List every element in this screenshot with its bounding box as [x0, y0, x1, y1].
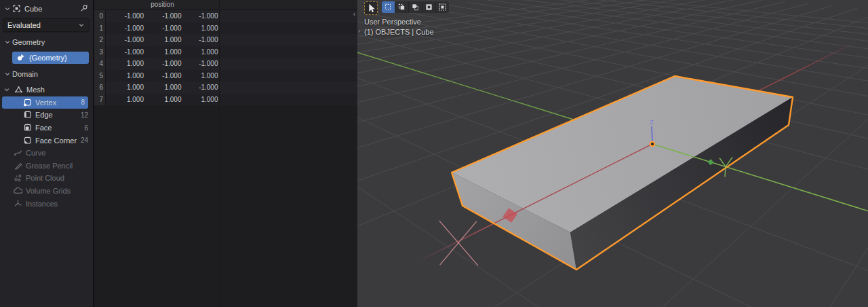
row-index: 5 [94, 70, 106, 82]
row-index: 3 [94, 46, 106, 58]
table-row: 71.0001.0001.000 [94, 94, 357, 106]
domain-section-header[interactable]: Domain [0, 69, 93, 79]
tree-item-label: Volume Grids [26, 187, 71, 195]
mesh-icon [14, 85, 24, 94]
geometry-component-button[interactable]: (Geometry) [12, 52, 89, 64]
chevron-down-icon [3, 86, 12, 93]
tree-item-label: Vertex [35, 98, 56, 107]
tree-item-label: Face [35, 124, 52, 132]
select-mode-intersect-icon [439, 3, 446, 11]
viewport-3d[interactable]: Z User Perspective (1) OBJECTS | Cube › [357, 0, 868, 307]
cursor-icon [365, 2, 377, 14]
position-cell: 1.000 [184, 46, 218, 58]
chevron-down-icon [4, 5, 12, 12]
dataset-object-row[interactable]: Cube [0, 0, 93, 16]
tree-item-face[interactable]: Face6 [0, 122, 93, 134]
tree-item-vertex[interactable]: Vertex8 [2, 96, 88, 109]
select-mode-set-icon [384, 3, 392, 11]
select-mode-extend[interactable] [395, 1, 409, 13]
position-cell: -1.000 [110, 46, 144, 58]
tree-item-label: Curve [26, 149, 45, 157]
table-header: position [94, 0, 357, 10]
tree-item-edge[interactable]: Edge12 [0, 109, 93, 122]
position-cell: -1.000 [184, 10, 218, 22]
position-cell: -1.000 [148, 10, 182, 22]
position-cell: -1.000 [184, 34, 218, 46]
element-count: 6 [84, 124, 88, 132]
select-mode-set[interactable] [382, 1, 395, 13]
volume-grids-icon [14, 186, 23, 196]
tree-item-label: Instances [26, 200, 58, 208]
blender-window: Cube Evaluated Geometry (Geometry) Domai… [0, 0, 868, 307]
domain-section-label: Domain [12, 70, 38, 78]
tree-item-face-corner[interactable]: Face Corner24 [0, 134, 93, 147]
view-context-label: (1) OBJECTS | Cube [364, 28, 434, 36]
row-index: 6 [94, 82, 106, 94]
select-mode-extend-icon [398, 3, 406, 11]
grease-pencil-icon [14, 161, 23, 170]
position-cell: -1.000 [184, 82, 218, 94]
pin-icon[interactable] [79, 4, 89, 14]
position-cell: 1.000 [148, 94, 182, 106]
chevron-down-icon [78, 22, 85, 29]
domain-tree: MeshVertex8Edge12Face6Face Corner24Curve… [0, 84, 93, 210]
table-row: 41.000-1.000-1.000 [94, 58, 357, 70]
select-mode-group [382, 1, 449, 13]
position-column-header: position [106, 0, 218, 10]
svg-text:Z: Z [650, 119, 654, 126]
tree-item-label: Edge [35, 111, 53, 119]
vertex-icon [23, 98, 33, 107]
sidebar-toggle-arrow[interactable]: › [358, 27, 360, 35]
select-mode-subtract-icon [412, 3, 419, 11]
tree-item-volume-grids[interactable]: Volume Grids [0, 185, 93, 198]
instances-icon [14, 199, 23, 209]
cube-mesh-icon [12, 4, 22, 14]
tree-item-curve[interactable]: Curve [0, 147, 93, 160]
select-mode-invert[interactable] [422, 1, 436, 13]
geometry-component-label: (Geometry) [29, 54, 67, 62]
object-name: Cube [24, 5, 42, 13]
position-cell: 1.000 [184, 70, 218, 82]
chevron-down-icon [4, 71, 12, 77]
select-mode-subtract[interactable] [409, 1, 422, 13]
geometry-nodes-icon [16, 53, 26, 62]
view-perspective-label: User Perspective [364, 18, 421, 26]
geometry-section-header[interactable]: Geometry [0, 37, 93, 48]
select-mode-intersect[interactable] [436, 1, 449, 13]
position-cell: 1.000 [184, 94, 218, 106]
tree-item-label: Point Cloud [26, 174, 64, 182]
position-cell: -1.000 [110, 22, 144, 35]
tree-item-point-cloud[interactable]: Point Cloud [0, 172, 93, 185]
position-cell: 1.000 [110, 70, 144, 82]
tree-item-label: Mesh [26, 86, 45, 94]
edge-icon [23, 110, 33, 120]
tree-item-mesh[interactable]: Mesh [0, 84, 93, 96]
curve-icon [14, 148, 23, 158]
evaluation-state-value: Evaluated [7, 21, 78, 29]
spreadsheet-sidebar: Cube Evaluated Geometry (Geometry) Domai… [0, 0, 93, 307]
spreadsheet-table: position 0-1.000-1.000-1.0001-1.000-1.00… [93, 0, 357, 307]
collapse-region-arrow[interactable]: ‹ [353, 10, 355, 18]
element-count: 8 [81, 98, 85, 106]
table-row: 2-1.0001.000-1.000 [94, 34, 357, 46]
position-cell: 1.000 [148, 82, 182, 94]
tree-item-instances[interactable]: Instances [0, 197, 93, 210]
tweak-tool-button[interactable] [364, 1, 378, 15]
select-mode-invert-icon [425, 3, 433, 11]
tree-item-grease-pencil[interactable]: Grease Pencil [0, 160, 93, 173]
row-index: 0 [94, 10, 106, 22]
table-row: 51.000-1.0001.000 [94, 70, 357, 82]
point-cloud-icon [14, 173, 23, 183]
position-cell: -1.000 [148, 70, 182, 82]
position-cell: -1.000 [148, 22, 182, 35]
table-row: 1-1.000-1.0001.000 [94, 22, 357, 35]
position-cell: -1.000 [184, 58, 218, 70]
face-icon [23, 123, 33, 132]
position-cell: 1.000 [110, 58, 144, 70]
evaluation-state-dropdown[interactable]: Evaluated [3, 18, 90, 32]
viewport-scene: Z [357, 0, 868, 307]
position-cell: 1.000 [110, 82, 144, 94]
row-index: 4 [94, 58, 106, 70]
face-corner-icon [23, 136, 33, 145]
position-cell: -1.000 [110, 34, 144, 46]
